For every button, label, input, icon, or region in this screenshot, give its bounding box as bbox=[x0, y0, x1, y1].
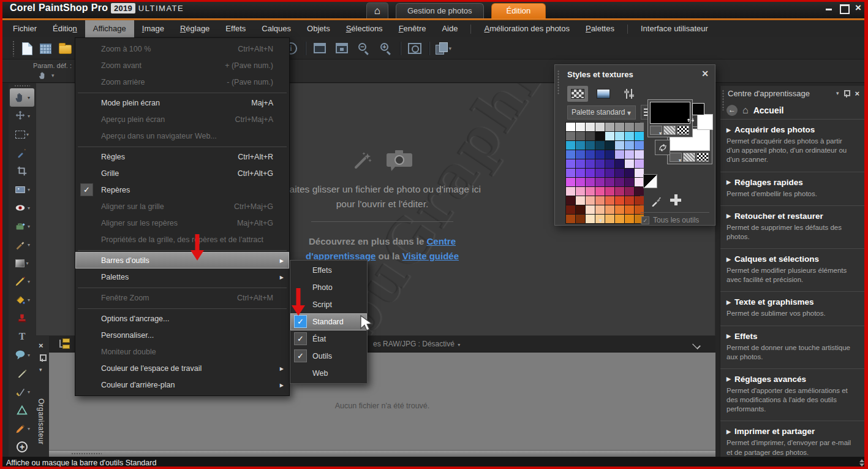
dropdown-caret-icon[interactable]: ▾ bbox=[28, 205, 30, 211]
menubar-item[interactable]: Fichier bbox=[5, 20, 45, 37]
collapse-chevron-icon[interactable] bbox=[692, 341, 702, 347]
color-swatch[interactable] bbox=[625, 141, 634, 150]
color-swatch[interactable] bbox=[566, 178, 575, 186]
color-swatch[interactable] bbox=[595, 178, 605, 186]
color-swatch[interactable] bbox=[595, 187, 605, 196]
color-swatch[interactable] bbox=[615, 141, 624, 150]
color-swatch[interactable] bbox=[635, 178, 644, 186]
dropdown-caret-icon[interactable]: ▾ bbox=[26, 132, 29, 137]
open-folder-icon[interactable] bbox=[59, 45, 72, 54]
learning-section[interactable]: ▶Acquérir des photos Permet d'acquérir d… bbox=[720, 120, 864, 172]
close-button[interactable]: × bbox=[853, 3, 863, 13]
dropdown-caret-icon[interactable]: ▾ bbox=[26, 261, 28, 266]
learning-section[interactable]: ▶Effets Permet de donner une touche arti… bbox=[720, 326, 864, 369]
color-swatch[interactable] bbox=[625, 123, 634, 131]
transparency-cell[interactable] bbox=[696, 153, 709, 162]
color-swatch[interactable] bbox=[586, 132, 595, 140]
color-swatch[interactable] bbox=[615, 132, 624, 140]
fit-image-button[interactable] bbox=[312, 40, 328, 56]
menu-item[interactable] bbox=[75, 248, 289, 252]
menubar-item[interactable] bbox=[470, 25, 471, 34]
color-swatch[interactable] bbox=[635, 123, 644, 131]
move-tool[interactable]: ▾ bbox=[9, 107, 36, 125]
color-swatch[interactable] bbox=[605, 215, 614, 223]
sliders-tab[interactable] bbox=[619, 86, 640, 102]
back-arrow-icon[interactable]: ← bbox=[726, 105, 738, 116]
menu-item[interactable]: Propriétés de la grille, des repères et … bbox=[75, 231, 289, 248]
folder-tree-icon[interactable] bbox=[59, 338, 72, 349]
menubar-item[interactable]: Amélioration des photos bbox=[476, 20, 577, 37]
learning-section[interactable]: ▶Imprimer et partager Permet d'imprimer,… bbox=[720, 421, 864, 457]
color-swatch[interactable] bbox=[605, 150, 614, 159]
dropdown-caret-icon[interactable]: ▾ bbox=[28, 187, 30, 193]
color-swatch[interactable] bbox=[625, 169, 634, 177]
symmetric-shape-tool[interactable] bbox=[9, 401, 36, 419]
color-swatch[interactable] bbox=[595, 205, 605, 214]
color-swatch[interactable] bbox=[615, 169, 624, 177]
color-swatch[interactable] bbox=[576, 159, 585, 168]
color-swatch[interactable] bbox=[576, 205, 585, 214]
menubar-item[interactable]: Aide bbox=[434, 20, 466, 37]
color-swatch[interactable] bbox=[635, 141, 644, 150]
dropdown-caret-icon[interactable]: ▾ bbox=[28, 297, 30, 303]
pin-icon[interactable] bbox=[844, 90, 849, 97]
color-swatch[interactable] bbox=[576, 150, 585, 159]
menubar-item[interactable]: Réglage bbox=[172, 20, 217, 37]
panel-menu-caret-icon[interactable]: ▾ bbox=[836, 86, 839, 101]
mini-background-swatch[interactable] bbox=[697, 114, 713, 130]
menu-item[interactable]: Personnaliser... bbox=[75, 327, 289, 343]
callout-tool[interactable]: ▾ bbox=[9, 346, 36, 364]
color-swatch[interactable] bbox=[625, 215, 634, 223]
color-swatch[interactable] bbox=[635, 159, 644, 168]
zoom-out-button[interactable]: − bbox=[356, 40, 372, 56]
color-swatch[interactable] bbox=[635, 169, 644, 177]
color-swatch[interactable] bbox=[595, 132, 605, 140]
minimize-button[interactable] bbox=[824, 3, 834, 13]
color-swatch[interactable] bbox=[595, 123, 605, 131]
section-title[interactable]: Réglages rapides bbox=[734, 178, 803, 187]
texture-cell[interactable] bbox=[683, 153, 695, 162]
color-swatch[interactable] bbox=[576, 196, 585, 205]
section-title[interactable]: Imprimer et partager bbox=[734, 427, 815, 436]
menubar-item[interactable]: Fenêtre bbox=[391, 20, 434, 37]
menu-item[interactable]: Options d'ancrage... bbox=[75, 310, 289, 327]
color-swatch[interactable] bbox=[576, 141, 585, 150]
section-title[interactable]: Calques et sélections bbox=[734, 254, 819, 264]
color-swatch[interactable] bbox=[566, 169, 575, 177]
color-swatch[interactable] bbox=[625, 187, 634, 196]
color-swatch[interactable] bbox=[625, 159, 634, 168]
browse-grid-icon[interactable] bbox=[40, 44, 51, 54]
dropdown-caret-icon[interactable]: ▾ bbox=[28, 242, 30, 248]
tab-gestion-de-photos[interactable]: Gestion de photos bbox=[396, 3, 484, 18]
color-swatch[interactable] bbox=[615, 150, 624, 159]
gradient-tool[interactable]: ▾ bbox=[9, 254, 36, 272]
menu-item[interactable]: Zoom arrière - (Pave num.) bbox=[75, 74, 289, 90]
menu-item[interactable]: Zoom à 100 % Ctrl+Alt+N bbox=[75, 40, 289, 57]
menu-item[interactable]: Aligner sur les repères Maj+Alt+G bbox=[75, 215, 289, 231]
mini-swap-arrow-icon[interactable] bbox=[687, 116, 695, 124]
dropdown-caret-icon[interactable]: ▾ bbox=[51, 72, 55, 78]
color-swatch[interactable] bbox=[566, 150, 575, 159]
organizer-caret-icon[interactable]: ▾ bbox=[39, 367, 42, 373]
color-swatch[interactable] bbox=[605, 205, 614, 214]
color-swatch[interactable] bbox=[615, 187, 624, 196]
toolbar-grip[interactable] bbox=[12, 40, 15, 56]
color-swatch[interactable] bbox=[615, 159, 624, 168]
color-swatch[interactable] bbox=[595, 169, 605, 177]
menu-item[interactable]: Aligner sur la grille Ctrl+Maj+G bbox=[75, 198, 289, 215]
pen-tool[interactable]: ▾ bbox=[9, 383, 36, 401]
section-title[interactable]: Effets bbox=[734, 332, 758, 341]
paint-brush-tool[interactable]: ▾ bbox=[9, 272, 36, 291]
preset-dropdown[interactable]: ▾ bbox=[36, 69, 64, 82]
eyedropper-icon[interactable] bbox=[651, 195, 663, 207]
color-swatch[interactable] bbox=[605, 178, 614, 186]
all-tools-option[interactable]: ✓ Tous les outils bbox=[641, 216, 699, 224]
menu-item[interactable]: Aperçu dans un navigateur Web... bbox=[75, 128, 289, 144]
color-swatch[interactable] bbox=[625, 132, 634, 140]
color-swatch[interactable] bbox=[566, 159, 575, 168]
add-tools-button[interactable]: + bbox=[9, 438, 36, 456]
color-swatch[interactable] bbox=[625, 196, 634, 205]
selection-tool[interactable]: ▾ bbox=[9, 125, 36, 143]
swatches-tab[interactable] bbox=[567, 86, 588, 102]
color-swatch[interactable] bbox=[635, 196, 644, 205]
